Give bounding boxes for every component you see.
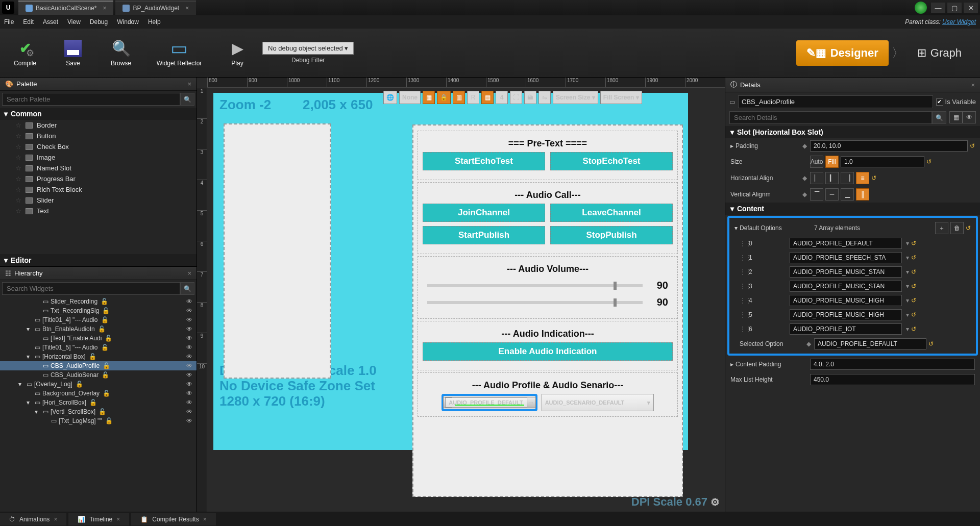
reset-icon[interactable]: ↺ <box>911 254 916 261</box>
palette-item[interactable]: ☆Rich Text Block <box>0 184 197 195</box>
visibility-icon[interactable]: 👁 <box>184 353 194 360</box>
hierarchy-item[interactable]: ▭CBS_AudioSenar🔓👁 <box>0 370 197 380</box>
hierarchy-item[interactable]: ▾▭[Verti_ScrollBox]🔓👁 <box>0 407 197 416</box>
enable-audio-indication-button[interactable]: Enable Audio Indication <box>423 342 673 361</box>
lock-icon[interactable]: 🔓 <box>97 408 107 415</box>
favorite-icon[interactable]: ☆ <box>15 207 21 215</box>
array-element-input[interactable] <box>790 266 902 278</box>
search-icon[interactable]: 🔍 <box>180 282 194 295</box>
hierarchy-item[interactable]: ▾▭Btn_EnableAudioIn🔓👁 <box>0 324 197 334</box>
lock-icon[interactable]: 🔓 <box>102 390 111 397</box>
search-icon[interactable]: 🔍 <box>180 93 194 106</box>
menu-window[interactable]: Window <box>117 18 139 26</box>
palette-item[interactable]: ☆Check Box <box>0 141 197 152</box>
maximize-button[interactable]: ▢ <box>947 3 962 13</box>
visibility-icon[interactable]: 👁 <box>184 371 194 379</box>
tab-animations[interactable]: ⏱ Animations × <box>0 513 66 525</box>
close-icon[interactable]: × <box>187 80 191 88</box>
stop-echo-button[interactable]: StopEchoTest <box>550 152 673 170</box>
marketplace-icon[interactable] <box>915 2 927 14</box>
landscape-button[interactable]: 🏔 <box>524 91 536 104</box>
array-element-input[interactable] <box>790 309 902 320</box>
localization-button[interactable]: 🌐 <box>383 91 397 104</box>
palette-item[interactable]: ☆Slider <box>0 195 197 206</box>
palette-item[interactable]: ☆Border <box>0 120 197 131</box>
menu-file[interactable]: File <box>4 18 14 26</box>
size-auto-button[interactable]: Auto <box>810 156 823 168</box>
browse-button[interactable]: Browse <box>98 33 144 73</box>
tab-timeline[interactable]: 📊 Timeline × <box>68 513 129 525</box>
visibility-icon[interactable]: 👁 <box>184 298 194 305</box>
hierarchy-item[interactable]: ▭[Title01_4] "--- Audio🔓👁 <box>0 315 197 324</box>
reset-icon[interactable]: ↺ <box>871 174 876 182</box>
clear-array-button[interactable]: 🗑 <box>950 222 964 234</box>
start-publish-button[interactable]: StartPublish <box>423 226 545 244</box>
visibility-icon[interactable]: 👁 <box>184 399 194 406</box>
palette-item[interactable]: ☆Button <box>0 131 197 141</box>
widget-reflector-button[interactable]: Widget Reflector <box>146 33 212 73</box>
reset-icon[interactable]: ↺ <box>966 224 971 232</box>
volume-slider-1[interactable] <box>427 284 643 287</box>
widget-name-input[interactable] <box>738 95 933 108</box>
play-button[interactable]: Play <box>214 33 260 73</box>
reset-icon[interactable]: ↺ <box>911 325 916 333</box>
valign-bottom[interactable]: ▁ <box>841 188 854 201</box>
visibility-icon[interactable]: 👁 <box>184 335 194 342</box>
menu-edit[interactable]: Edit <box>23 18 34 26</box>
close-icon[interactable]: × <box>54 516 57 523</box>
is-variable-checkbox[interactable]: ✔ Is Variable <box>936 98 976 106</box>
close-icon[interactable]: × <box>187 269 191 277</box>
drag-handle-icon[interactable]: ⋮⋮ <box>740 283 745 290</box>
hierarchy-item[interactable]: ▾▭[Overlay_Log]🔓👁 <box>0 380 197 389</box>
array-element-input[interactable] <box>790 323 902 335</box>
favorite-icon[interactable]: ☆ <box>15 132 21 140</box>
lock-button[interactable]: 🔒 <box>437 91 451 104</box>
favorite-icon[interactable]: ☆ <box>15 186 21 193</box>
hierarchy-item[interactable]: ▭Slider_Recording🔓👁 <box>0 297 197 306</box>
details-search-input[interactable] <box>729 111 932 124</box>
mirror-button[interactable]: ⇋ <box>538 91 551 104</box>
palette-item[interactable]: ☆Text <box>0 206 197 216</box>
screen-size-dropdown[interactable]: Screen Size ▾ <box>553 91 598 104</box>
visibility-button[interactable]: 👁 <box>963 111 976 123</box>
visibility-icon[interactable]: 👁 <box>184 408 194 415</box>
visibility-icon[interactable]: 👁 <box>184 325 194 333</box>
close-icon[interactable]: × <box>185 5 189 12</box>
padding-input[interactable] <box>810 140 968 152</box>
layout-button[interactable]: ▦ <box>423 91 435 104</box>
reset-icon[interactable]: ↺ <box>928 340 934 347</box>
array-element-input[interactable] <box>790 252 902 263</box>
start-echo-button[interactable]: StartEchoTest <box>423 152 545 170</box>
hierarchy-item[interactable]: ▭CBS_AudioProfile🔓👁 <box>0 361 197 370</box>
gear-icon[interactable]: ⚙ <box>710 496 720 508</box>
join-channel-button[interactable]: JoinChannel <box>423 204 545 222</box>
graph-mode-button[interactable]: ⊞ Graph <box>907 40 972 66</box>
designer-mode-button[interactable]: ✎▦ Designer <box>796 40 889 66</box>
leave-channel-button[interactable]: LeaveChannel <box>550 204 673 222</box>
lock-icon[interactable]: 🔓 <box>75 381 84 388</box>
favorite-icon[interactable]: ☆ <box>15 154 21 161</box>
favorite-icon[interactable]: ☆ <box>15 175 21 183</box>
lock-icon[interactable]: 🔓 <box>88 399 98 406</box>
fill-screen-dropdown[interactable]: Fill Screen ▾ <box>600 91 642 104</box>
hierarchy-search-input[interactable] <box>2 282 180 295</box>
audio-profile-combobox-selected[interactable]: ← AUDIO_PROFILE_DEFAULT ▾ → <box>442 394 537 411</box>
menu-asset[interactable]: Asset <box>43 18 58 26</box>
palette-item[interactable]: ☆Progress Bar <box>0 173 197 184</box>
lock-icon[interactable]: 🔓 <box>101 371 110 379</box>
drag-handle-icon[interactable]: ⋮⋮ <box>740 268 745 275</box>
reset-icon[interactable]: ↺ <box>970 142 975 149</box>
lock-icon[interactable]: 🔓 <box>97 325 107 333</box>
palette-search-input[interactable] <box>2 93 180 106</box>
parent-class-link[interactable]: User Widget <box>942 18 976 26</box>
menu-debug[interactable]: Debug <box>90 18 108 26</box>
volume-slider-2[interactable] <box>427 301 643 304</box>
lock-icon[interactable]: 🔓 <box>88 353 97 360</box>
content-padding-input[interactable] <box>810 359 975 370</box>
halign-fill[interactable]: ≡ <box>856 172 869 184</box>
reset-icon[interactable]: ↺ <box>911 268 916 275</box>
visibility-icon[interactable]: 👁 <box>184 381 194 388</box>
category-content[interactable]: ▾Content <box>725 203 980 215</box>
dropdown-icon[interactable]: ▾ <box>906 311 909 318</box>
favorite-icon[interactable]: ☆ <box>15 121 21 129</box>
